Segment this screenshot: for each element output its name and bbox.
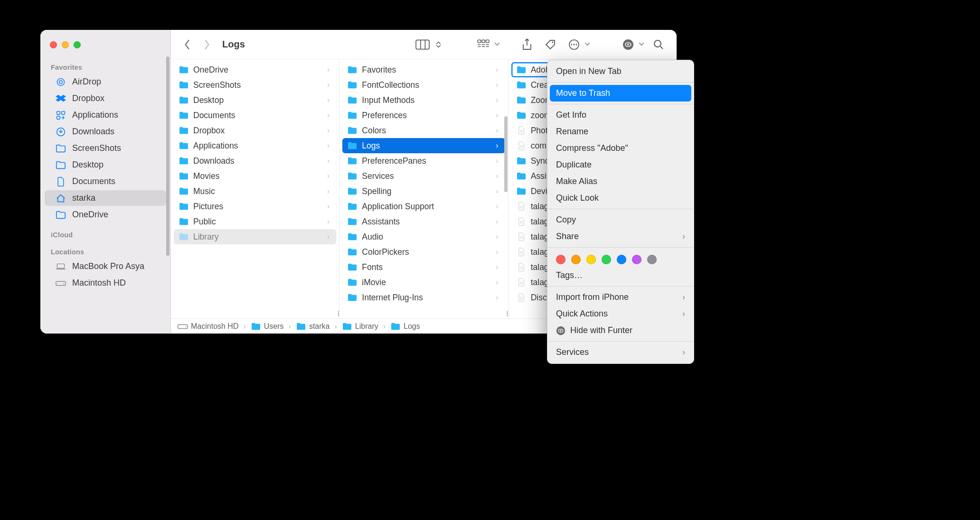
sidebar-item-onedrive[interactable]: OneDrive <box>45 207 166 223</box>
menu-open-new-tab[interactable]: Open in New Tab <box>547 63 694 80</box>
quick-look-eye-button[interactable] <box>619 37 638 52</box>
chevron-right-icon: › <box>496 126 498 135</box>
close-window-button[interactable] <box>50 41 57 48</box>
tag-color-dot[interactable] <box>571 255 581 264</box>
tags-button[interactable] <box>541 37 560 52</box>
sidebar-item-label: OneDrive <box>72 210 108 220</box>
menu-duplicate[interactable]: Duplicate <box>547 157 694 173</box>
folder-row-imovie[interactable]: iMovie› <box>342 275 505 290</box>
column-resize-handle[interactable]: || <box>338 310 339 316</box>
folder-row-fonts[interactable]: Fonts› <box>342 260 505 275</box>
item-name: Library <box>193 232 323 242</box>
sidebar-item-macbook-pro-asya[interactable]: MacBook Pro Asya <box>45 259 166 274</box>
folder-row-desktop[interactable]: Desktop› <box>174 93 336 108</box>
menu-quick-actions[interactable]: Quick Actions› <box>547 306 694 322</box>
path-item-users[interactable]: Users <box>251 322 284 331</box>
sidebar-scrollbar[interactable] <box>165 56 170 331</box>
share-button[interactable] <box>518 37 536 53</box>
menu-rename[interactable]: Rename <box>547 123 694 140</box>
folder-icon <box>55 144 66 153</box>
item-name: Music <box>193 186 323 196</box>
folder-row-music[interactable]: Music› <box>174 184 336 199</box>
search-button[interactable] <box>649 37 668 52</box>
sidebar-item-documents[interactable]: Documents <box>45 174 166 189</box>
chevron-right-icon: › <box>496 157 498 165</box>
view-switch-chevrons[interactable] <box>436 41 441 48</box>
folder-row-services[interactable]: Services› <box>342 168 505 184</box>
back-button[interactable] <box>179 39 195 50</box>
sidebar-item-desktop[interactable]: Desktop <box>45 157 166 173</box>
menu-copy[interactable]: Copy <box>547 212 694 228</box>
downloads-icon <box>55 127 66 137</box>
chevron-right-icon: › <box>496 232 498 241</box>
folder-row-preferences[interactable]: Preferences› <box>342 108 505 123</box>
sidebar-item-starka[interactable]: starka <box>45 190 166 206</box>
more-actions-button[interactable] <box>565 37 584 52</box>
eye-icon <box>556 326 565 335</box>
path-item-library[interactable]: Library <box>342 322 378 331</box>
folder-row-colorpickers[interactable]: ColorPickers› <box>342 244 505 260</box>
group-by-button[interactable] <box>473 37 493 52</box>
sidebar-item-dropbox[interactable]: Dropbox <box>45 91 166 106</box>
folder-row-spelling[interactable]: Spelling› <box>342 184 505 199</box>
folder-row-internet-plug-ins[interactable]: Internet Plug-Ins› <box>342 290 505 305</box>
menu-services[interactable]: Services› <box>547 344 694 361</box>
forward-button[interactable] <box>199 39 215 50</box>
folder-row-downloads[interactable]: Downloads› <box>174 153 336 168</box>
folder-row-dropbox[interactable]: Dropbox› <box>174 123 336 138</box>
column-scrollbar[interactable] <box>504 116 508 192</box>
path-item-logs[interactable]: Logs <box>390 322 420 331</box>
folder-row-assistants[interactable]: Assistants› <box>342 214 505 229</box>
folder-row-documents[interactable]: Documents› <box>174 108 336 123</box>
path-item-macintosh-hd[interactable]: Macintosh HD <box>178 322 238 331</box>
menu-compress[interactable]: Compress "Adobe" <box>547 140 694 157</box>
folder-row-screenshots[interactable]: ScreenShots› <box>174 77 336 93</box>
view-columns-button[interactable] <box>412 37 433 52</box>
folder-row-application-support[interactable]: Application Support› <box>342 199 505 214</box>
menu-hide-funter[interactable]: Hide with Funter <box>547 322 694 339</box>
folder-row-logs[interactable]: Logs› <box>342 138 505 153</box>
menu-share[interactable]: Share› <box>547 228 694 245</box>
folder-row-public[interactable]: Public› <box>174 214 336 229</box>
tag-color-dot[interactable] <box>647 255 657 264</box>
column-resize-handle[interactable]: || <box>506 310 507 316</box>
sidebar-item-airdrop[interactable]: AirDrop <box>45 74 166 90</box>
window-controls <box>40 38 170 56</box>
folder-row-library[interactable]: Library› <box>174 229 336 244</box>
folder-row-pictures[interactable]: Pictures› <box>174 199 336 214</box>
sidebar-item-label: Applications <box>72 110 118 120</box>
menu-move-to-trash[interactable]: Move to Trash <box>550 85 691 102</box>
menu-quick-look[interactable]: Quick Look <box>547 190 694 206</box>
folder-row-input-methods[interactable]: Input Methods› <box>342 93 505 108</box>
toolbar: Logs <box>171 30 677 59</box>
folder-row-audio[interactable]: Audio› <box>342 229 505 244</box>
tag-color-dot[interactable] <box>586 255 596 264</box>
folder-row-movies[interactable]: Movies› <box>174 168 336 184</box>
tag-color-dot[interactable] <box>617 255 626 264</box>
sidebar-item-macintosh-hd[interactable]: Macintosh HD <box>45 275 166 291</box>
folder-row-preferencepanes[interactable]: PreferencePanes› <box>342 153 505 168</box>
sidebar-item-downloads[interactable]: Downloads <box>45 124 166 139</box>
sidebar-item-applications[interactable]: Applications <box>45 107 166 123</box>
path-label: Logs <box>404 322 420 331</box>
fullscreen-window-button[interactable] <box>74 41 81 48</box>
menu-make-alias[interactable]: Make Alias <box>547 173 694 190</box>
menu-get-info[interactable]: Get Info <box>547 107 694 123</box>
menu-tags[interactable]: Tags… <box>547 267 694 284</box>
folder-row-onedrive[interactable]: OneDrive› <box>174 62 336 77</box>
tag-color-dot[interactable] <box>602 255 611 264</box>
chevron-right-icon: › <box>496 81 498 89</box>
folder-row-colors[interactable]: Colors› <box>342 123 505 138</box>
folder-row-fontcollections[interactable]: FontCollections› <box>342 77 505 93</box>
chevron-right-icon: › <box>496 187 498 195</box>
tag-color-dot[interactable] <box>632 255 641 264</box>
folder-row-applications[interactable]: Applications› <box>174 138 336 153</box>
minimize-window-button[interactable] <box>62 41 69 48</box>
airdrop-icon <box>55 77 66 87</box>
folder-row-favorites[interactable]: Favorites› <box>342 62 505 77</box>
chevron-right-icon: › <box>327 141 330 150</box>
menu-import-iphone[interactable]: Import from iPhone› <box>547 289 694 306</box>
tag-color-dot[interactable] <box>556 255 565 264</box>
path-item-starka[interactable]: starka <box>296 322 330 331</box>
sidebar-item-screenshots[interactable]: ScreenShots <box>45 140 166 156</box>
